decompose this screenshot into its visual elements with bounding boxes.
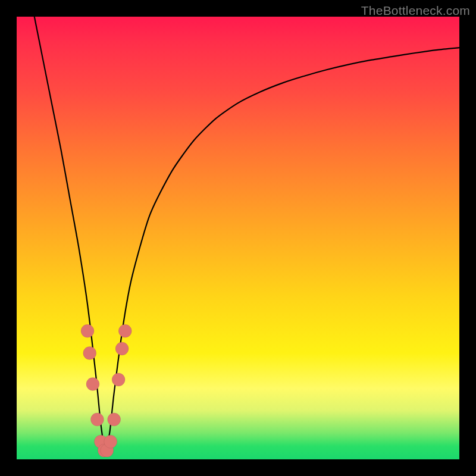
curve-marker [90, 413, 104, 426]
marker-group [81, 324, 131, 457]
chart-svg [17, 17, 459, 459]
curve-marker [81, 324, 94, 337]
curve-marker [118, 324, 131, 337]
watermark-text: TheBottleneck.com [361, 4, 470, 18]
curve-marker [112, 373, 125, 386]
curve-marker [104, 435, 117, 448]
curve-marker [115, 342, 129, 355]
plot-area [17, 17, 459, 459]
curve-marker [83, 346, 96, 359]
curve-marker [108, 413, 121, 426]
chart-frame: TheBottleneck.com [0, 0, 476, 476]
curve-marker [86, 378, 99, 391]
